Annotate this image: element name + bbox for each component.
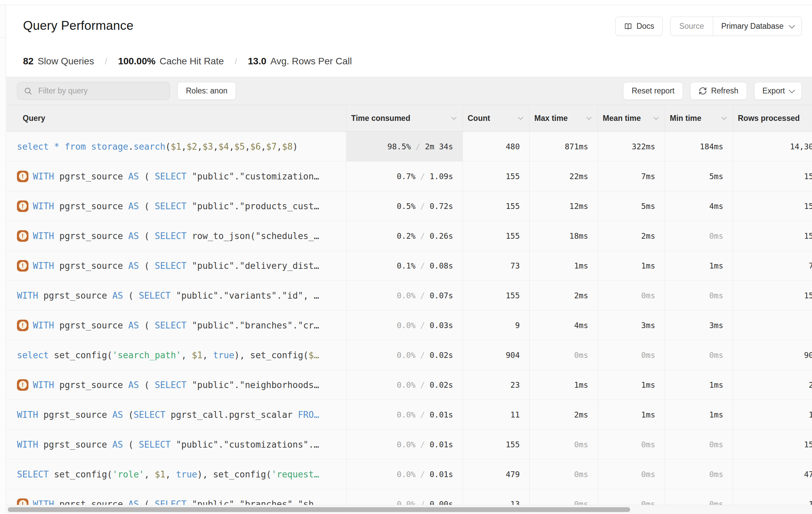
min-time-cell: 0ms	[665, 281, 733, 310]
table-row[interactable]: ! WITH pgrst_source AS ( SELECT "public"…	[6, 251, 812, 281]
query-sql-text: WITH pgrst_source AS ( SELECT row_to_jso…	[33, 231, 319, 241]
count-cell: 9	[463, 310, 530, 340]
column-header-count[interactable]: Count	[463, 105, 530, 131]
docs-button[interactable]: Docs	[615, 17, 663, 36]
max-time-cell: 871ms	[530, 132, 598, 161]
time-percent: 0.0%	[397, 440, 415, 449]
query-cell: WITH pgrst_source AS (SELECT pgrst_call.…	[6, 400, 346, 429]
search-wrap	[17, 82, 170, 100]
refresh-button[interactable]: Refresh	[690, 82, 747, 100]
table-row[interactable]: ! WITH pgrst_source AS ( SELECT "public"…	[6, 370, 812, 400]
column-label: Min time	[670, 114, 701, 123]
column-header-max-time[interactable]: Max time	[530, 105, 598, 131]
table-row[interactable]: SELECT set_config('role', $1, true), set…	[6, 459, 812, 489]
rows-processed-cell: 155	[733, 162, 812, 191]
count-cell: 155	[463, 430, 530, 459]
chevron-down-icon	[654, 114, 659, 120]
query-cell: ! WITH pgrst_source AS ( SELECT "public"…	[6, 370, 346, 400]
chevron-down-icon	[518, 114, 523, 120]
chevron-down-icon	[451, 114, 457, 120]
database-dropdown[interactable]: Primary Database	[713, 17, 802, 36]
time-percent: 0.0%	[397, 291, 415, 300]
table-row[interactable]: ! WITH pgrst_source AS ( SELECT "public"…	[6, 191, 812, 221]
query-table: Query Time consumed Count Max time Mean …	[6, 105, 812, 514]
count-cell: 155	[463, 191, 530, 221]
reset-report-label: Reset report	[632, 86, 675, 95]
mean-time-cell: 322ms	[598, 132, 665, 161]
query-sql-text: WITH pgrst_source AS ( SELECT "public"."…	[17, 440, 319, 450]
time-consumed-cell: 0.7% / 1.09s	[346, 162, 463, 191]
max-time-cell: 2ms	[530, 400, 598, 429]
rows-processed-cell: 155	[733, 281, 812, 310]
table-row[interactable]: select set_config('search_path', $1, tru…	[6, 340, 812, 370]
count-cell: 479	[463, 459, 530, 489]
column-label: Max time	[534, 114, 568, 123]
time-percent: 0.0%	[397, 351, 415, 360]
max-time-cell: 1ms	[530, 251, 598, 280]
count-cell: 155	[463, 221, 530, 251]
chevron-down-icon	[789, 87, 795, 93]
column-header-min-time[interactable]: Min time	[665, 105, 733, 131]
query-sql-text: WITH pgrst_source AS ( SELECT "public"."…	[33, 380, 319, 390]
rows-processed-cell: 73	[733, 251, 812, 280]
table-row[interactable]: ! WITH pgrst_source AS ( SELECT "public"…	[6, 310, 812, 340]
time-value: 0.01s	[430, 410, 453, 419]
column-label: Count	[468, 114, 490, 123]
column-label: Time consumed	[351, 114, 410, 123]
horizontal-scrollbar-thumb[interactable]	[8, 507, 630, 512]
column-header-query[interactable]: Query	[6, 105, 346, 131]
export-button[interactable]: Export	[754, 82, 802, 100]
stat-separator: /	[103, 57, 109, 66]
table-row[interactable]: select * from storage.search($1,$2,$3,$4…	[6, 132, 812, 162]
warning-icon: !	[17, 171, 28, 182]
roles-filter-button[interactable]: Roles: anon	[177, 82, 236, 100]
column-header-time-consumed[interactable]: Time consumed	[346, 105, 463, 131]
max-time-cell: 2ms	[530, 281, 598, 310]
query-cell: WITH pgrst_source AS ( SELECT "public"."…	[6, 430, 346, 459]
time-percent: 0.0%	[397, 381, 415, 389]
time-consumed-cell: 0.5% / 0.72s	[346, 191, 463, 221]
source-label: Source	[670, 17, 713, 36]
column-label: Query	[23, 114, 45, 123]
min-time-cell: 3ms	[665, 310, 733, 340]
time-value: 0.01s	[430, 470, 453, 479]
refresh-label: Refresh	[711, 86, 739, 95]
table-row[interactable]: ! WITH pgrst_source AS ( SELECT "public"…	[6, 162, 812, 191]
page-header: Query Performance Docs Source Primary Da…	[6, 5, 812, 46]
query-cell: ! WITH pgrst_source AS ( SELECT "public"…	[6, 251, 346, 280]
min-time-cell: 0ms	[665, 221, 733, 251]
warning-icon: !	[17, 260, 28, 272]
table-row[interactable]: WITH pgrst_source AS (SELECT pgrst_call.…	[6, 400, 812, 430]
reset-report-button[interactable]: Reset report	[623, 82, 683, 100]
min-time-cell: 1ms	[665, 251, 733, 280]
stats-row: 82 Slow Queries / 100.00% Cache Hit Rate…	[6, 46, 812, 77]
query-sql-text: select set_config('search_path', $1, tru…	[17, 350, 319, 360]
toolbar: Roles: anon Reset report Refresh Export	[6, 77, 812, 105]
time-value: 0.01s	[430, 440, 453, 449]
column-header-rows-processed[interactable]: Rows processed	[733, 105, 812, 131]
rows-processed-cell: 23	[733, 370, 812, 400]
mean-time-cell: 7ms	[598, 162, 665, 191]
column-header-mean-time[interactable]: Mean time	[598, 105, 665, 131]
stat-value: 100.00%	[118, 56, 156, 67]
table-row[interactable]: WITH pgrst_source AS ( SELECT "public"."…	[6, 281, 812, 310]
mean-time-cell: 0ms	[598, 340, 665, 370]
query-cell: ! WITH pgrst_source AS ( SELECT row_to_j…	[6, 221, 346, 251]
max-time-cell: 0ms	[530, 430, 598, 459]
stat-cache-hit-rate: 100.00% Cache Hit Rate	[118, 56, 224, 67]
query-cell: ! WITH pgrst_source AS ( SELECT "public"…	[6, 310, 346, 340]
search-icon	[24, 87, 32, 95]
filter-query-input[interactable]	[17, 82, 170, 100]
count-cell: 23	[463, 370, 530, 400]
chevron-down-icon	[789, 22, 795, 28]
table-row[interactable]: WITH pgrst_source AS ( SELECT "public"."…	[6, 430, 812, 459]
stat-avg-rows-per-call: 13.0 Avg. Rows Per Call	[248, 56, 352, 67]
table-row[interactable]: ! WITH pgrst_source AS ( SELECT row_to_j…	[6, 221, 812, 251]
query-sql-text: WITH pgrst_source AS (SELECT pgrst_call.…	[17, 410, 319, 420]
time-consumed-cell: 0.0% / 0.02s	[346, 340, 463, 370]
time-percent: 0.1%	[397, 261, 415, 270]
query-cell: SELECT set_config('role', $1, true), set…	[6, 459, 346, 489]
min-time-cell: 5ms	[665, 162, 733, 191]
min-time-cell: 1ms	[665, 400, 733, 429]
query-sql-text: WITH pgrst_source AS ( SELECT "public"."…	[33, 171, 319, 181]
